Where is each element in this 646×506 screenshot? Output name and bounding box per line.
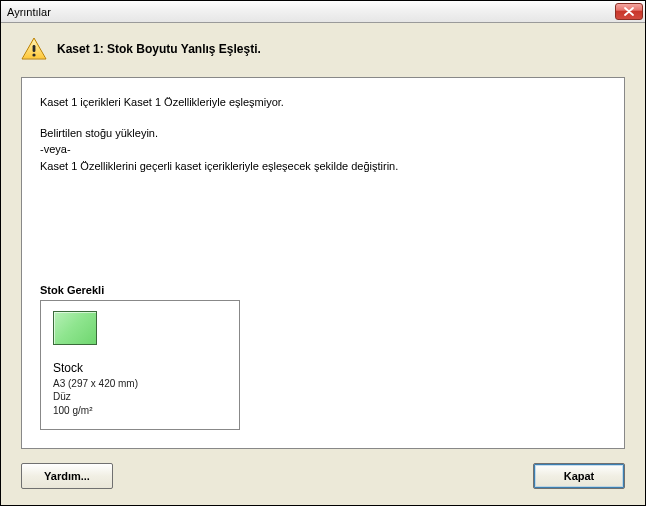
stock-name: Stock <box>53 361 227 375</box>
stock-size: A3 (297 x 420 mm) <box>53 377 227 391</box>
dialog-header: Kaset 1: Stok Boyutu Yanlış Eşleşti. <box>1 23 645 71</box>
message-line: Kaset 1 içerikleri Kaset 1 Özellikleriyl… <box>40 94 606 111</box>
warning-icon <box>21 37 47 61</box>
close-button[interactable]: Kapat <box>533 463 625 489</box>
message-block: Kaset 1 içerikleri Kaset 1 Özellikleriyl… <box>40 94 606 174</box>
stock-swatch <box>53 311 97 345</box>
stock-required-box: Stock A3 (297 x 420 mm) Düz 100 g/m² <box>40 300 240 431</box>
window-title: Ayrıntılar <box>7 6 615 18</box>
content-panel: Kaset 1 içerikleri Kaset 1 Özellikleriyl… <box>21 77 625 449</box>
titlebar: Ayrıntılar <box>1 1 645 23</box>
message-or: -veya- <box>40 141 606 158</box>
dialog-title: Kaset 1: Stok Boyutu Yanlış Eşleşti. <box>57 42 261 56</box>
button-row: Yardım... Kapat <box>1 449 645 505</box>
svg-rect-0 <box>33 45 36 52</box>
help-button[interactable]: Yardım... <box>21 463 113 489</box>
message-line: Kaset 1 Özelliklerini geçerli kaset içer… <box>40 158 606 175</box>
dialog-window: Ayrıntılar Kaset 1: Stok Boyutu Yanlış E… <box>0 0 646 506</box>
stock-section-label: Stok Gerekli <box>40 244 606 296</box>
message-line: Belirtilen stoğu yükleyin. <box>40 125 606 142</box>
stock-type: Düz <box>53 390 227 404</box>
close-icon <box>624 7 634 16</box>
svg-point-1 <box>32 53 35 56</box>
stock-weight: 100 g/m² <box>53 404 227 418</box>
window-close-button[interactable] <box>615 3 643 20</box>
